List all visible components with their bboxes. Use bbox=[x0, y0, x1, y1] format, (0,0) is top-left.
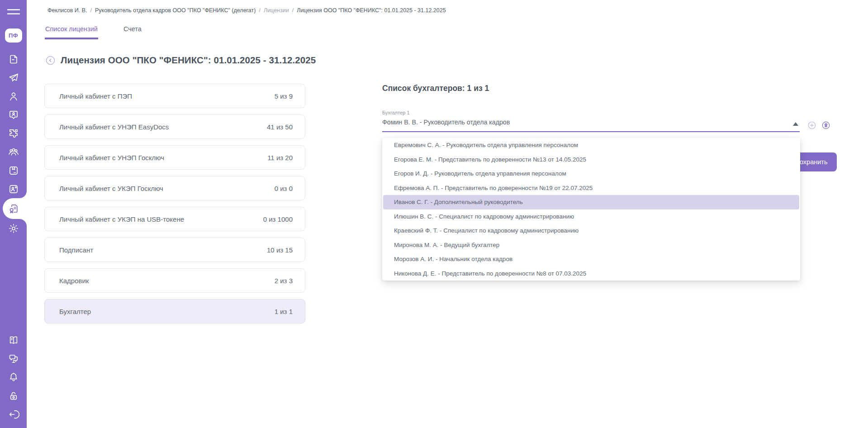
accountant-select-value: Фомин В. В. - Руководитель отдела кадров bbox=[382, 119, 800, 126]
chevron-left-icon bbox=[48, 58, 53, 63]
sidebar-item-logout[interactable] bbox=[0, 405, 27, 423]
dropdown-option[interactable]: Никонова Д. Е. - Представитель по довере… bbox=[382, 266, 800, 281]
accountant-select-label: Бухгалтер 1 bbox=[382, 110, 800, 115]
dropdown-arrow-icon[interactable] bbox=[793, 122, 798, 126]
sidebar-item-departments[interactable] bbox=[0, 143, 27, 161]
dropdown-option-label: Егорова Е. М. - Представитель по доверен… bbox=[394, 156, 586, 163]
license-name: Личный кабинет с УКЭП Госключ bbox=[59, 185, 163, 192]
license-card[interactable]: Подписант 10 из 15 bbox=[44, 238, 305, 262]
dropdown-option[interactable]: Егорова Е. М. - Представитель по доверен… bbox=[382, 152, 800, 167]
license-name: Кадровик bbox=[59, 277, 89, 285]
license-list: Личный кабинет с ПЭП 5 из 9 Личный кабин… bbox=[44, 84, 305, 323]
archive-bookmark-icon bbox=[8, 165, 19, 176]
license-card[interactable]: Личный кабинет с УНЭП EasyDocs 41 из 50 bbox=[44, 114, 305, 139]
sidebar-nav-bottom bbox=[0, 331, 27, 423]
book-icon bbox=[8, 334, 19, 346]
accountant-select[interactable]: Бухгалтер 1 Фомин В. В. - Руководитель о… bbox=[382, 110, 800, 132]
dropdown-option-label: Краевский Ф. Т. - Специалист по кадровом… bbox=[394, 227, 579, 234]
license-card[interactable]: Личный кабинет с УКЭП на USB-токене 0 из… bbox=[44, 207, 305, 231]
sidebar-nav bbox=[0, 50, 27, 238]
logo-text: ПФ bbox=[9, 32, 18, 39]
person-badge-icon bbox=[8, 109, 19, 121]
logo-badge: ПФ bbox=[5, 29, 22, 43]
license-count: 2 из 3 bbox=[275, 277, 293, 285]
breadcrumb-segment[interactable]: Феклисов И. В. bbox=[47, 7, 87, 14]
logout-icon bbox=[8, 409, 19, 420]
breadcrumb-segment[interactable]: Руководитель отдела кадров ООО "ПКО "ФЕН… bbox=[95, 7, 256, 14]
support-icon bbox=[8, 353, 19, 365]
sidebar-item-knowledge-base[interactable] bbox=[0, 331, 27, 349]
add-accountant-button[interactable] bbox=[807, 121, 816, 130]
dropdown-option-label: Иванов С. Г. - Дополнительный руководите… bbox=[394, 199, 523, 205]
menu-button[interactable] bbox=[7, 8, 20, 17]
puzzle-icon bbox=[8, 128, 19, 139]
license-card[interactable]: Личный кабинет с ПЭП 5 из 9 bbox=[44, 84, 305, 108]
tab[interactable]: Список лицензий bbox=[45, 25, 98, 39]
sidebar-item-archive[interactable] bbox=[0, 161, 27, 180]
page-title: Лицензия ООО "ПКО "ФЕНИКС": 01.01.2025 -… bbox=[61, 55, 316, 66]
accountant-actions bbox=[807, 121, 830, 130]
send-icon bbox=[8, 72, 19, 84]
license-card[interactable]: Кадровик 2 из 3 bbox=[44, 268, 305, 293]
dropdown-option-label: Морозов А. И. - Начальник отдела кадров bbox=[394, 256, 512, 262]
license-count: 0 из 1000 bbox=[263, 215, 293, 223]
lock-icon bbox=[8, 390, 19, 402]
person-icon bbox=[8, 90, 19, 102]
dropdown-option-label: Евремович С. А. - Руководитель отдела уп… bbox=[394, 142, 578, 148]
sidebar-item-licenses[interactable] bbox=[0, 198, 27, 219]
sidebar-item-settings[interactable] bbox=[0, 219, 27, 238]
sidebar-item-integrations[interactable] bbox=[0, 124, 27, 143]
breadcrumb: / Феклисов И. В. / Руководитель отдела к… bbox=[47, 7, 446, 14]
settings-icon bbox=[8, 223, 19, 234]
breadcrumb-segment-wrap: / Лицензия ООО "ПКО "ФЕНИКС": 01.01.2025… bbox=[289, 7, 446, 14]
dropdown-option[interactable]: Краевский Ф. Т. - Специалист по кадровом… bbox=[382, 224, 800, 238]
license-card[interactable]: Личный кабинет с УНЭП Госключ 11 из 20 bbox=[44, 145, 305, 170]
license-count: 11 из 20 bbox=[267, 154, 293, 162]
breadcrumb-segment-wrap: / Руководитель отдела кадров ООО "ПКО "Ф… bbox=[87, 7, 256, 14]
license-count: 10 из 15 bbox=[267, 246, 293, 254]
dropdown-option[interactable]: Миронова М. А. - Ведущий бухгалтер bbox=[382, 238, 800, 252]
breadcrumb-segment[interactable]: Лицензия ООО "ПКО "ФЕНИКС": 01.01.2025 -… bbox=[297, 7, 446, 14]
dropdown-option[interactable]: Егоров И. Д. - Руководитель отдела управ… bbox=[382, 166, 800, 181]
tab-bar: Список лицензий Счета bbox=[45, 25, 142, 39]
accountants-header: Список бухгалтеров: 1 из 1 bbox=[382, 84, 489, 93]
dropdown-option-label: Никонова Д. Е. - Представитель по довере… bbox=[394, 270, 586, 277]
sidebar-item-notifications[interactable] bbox=[0, 368, 27, 386]
people-icon bbox=[8, 146, 19, 158]
breadcrumb-segment[interactable]: Лицензии bbox=[264, 7, 289, 14]
license-count: 5 из 9 bbox=[275, 92, 293, 100]
dropdown-option[interactable]: Иванов С. Г. - Дополнительный руководите… bbox=[383, 195, 799, 209]
dropdown-option-label: Егоров И. Д. - Руководитель отдела управ… bbox=[394, 170, 566, 177]
breadcrumb-separator: / bbox=[292, 7, 294, 14]
license-card[interactable]: Бухгалтер 1 из 1 bbox=[44, 299, 305, 323]
license-count: 1 из 1 bbox=[275, 308, 293, 315]
sidebar-item-profile[interactable] bbox=[0, 87, 27, 105]
sidebar-item-employees[interactable] bbox=[0, 105, 27, 124]
license-name: Личный кабинет с ПЭП bbox=[59, 92, 132, 100]
dropdown-option[interactable]: Евремович С. А. - Руководитель отдела уп… bbox=[382, 138, 800, 152]
tab[interactable]: Счета bbox=[123, 25, 142, 39]
license-name: Личный кабинет с УКЭП на USB-токене bbox=[59, 215, 184, 223]
license-card[interactable]: Личный кабинет с УКЭП Госключ 0 из 0 bbox=[44, 176, 305, 200]
dropdown-option[interactable]: Илюшин В. С. - Специалист по кадровому а… bbox=[382, 209, 800, 224]
dropdown-option[interactable]: Ефремова А. П. - Представитель по довере… bbox=[382, 181, 800, 195]
breadcrumb-segment-wrap: / Феклисов И. В. bbox=[47, 7, 87, 14]
sidebar-item-send[interactable] bbox=[0, 68, 27, 87]
document-icon bbox=[8, 53, 19, 65]
sidebar-item-documents[interactable] bbox=[0, 50, 27, 68]
delete-accountant-button[interactable] bbox=[821, 121, 830, 130]
sidebar-item-security[interactable] bbox=[0, 386, 27, 405]
sidebar-item-support[interactable] bbox=[0, 349, 27, 368]
back-button[interactable] bbox=[46, 56, 55, 65]
license-icon bbox=[8, 203, 19, 214]
dropdown-option-label: Ефремова А. П. - Представитель по довере… bbox=[394, 185, 593, 191]
accountant-dropdown: Евремович С. А. - Руководитель отдела уп… bbox=[382, 138, 800, 281]
license-name: Подписант bbox=[59, 246, 93, 254]
dropdown-option[interactable]: Морозов А. И. - Начальник отдела кадров bbox=[382, 252, 800, 266]
license-name: Бухгалтер bbox=[59, 308, 91, 315]
dropdown-option-label: Илюшин В. С. - Специалист по кадровому а… bbox=[394, 213, 574, 220]
title-row: Лицензия ООО "ПКО "ФЕНИКС": 01.01.2025 -… bbox=[46, 55, 316, 66]
plus-circle-icon bbox=[807, 121, 816, 130]
screen: ПФ bbox=[0, 0, 868, 428]
license-count: 0 из 0 bbox=[275, 185, 293, 192]
